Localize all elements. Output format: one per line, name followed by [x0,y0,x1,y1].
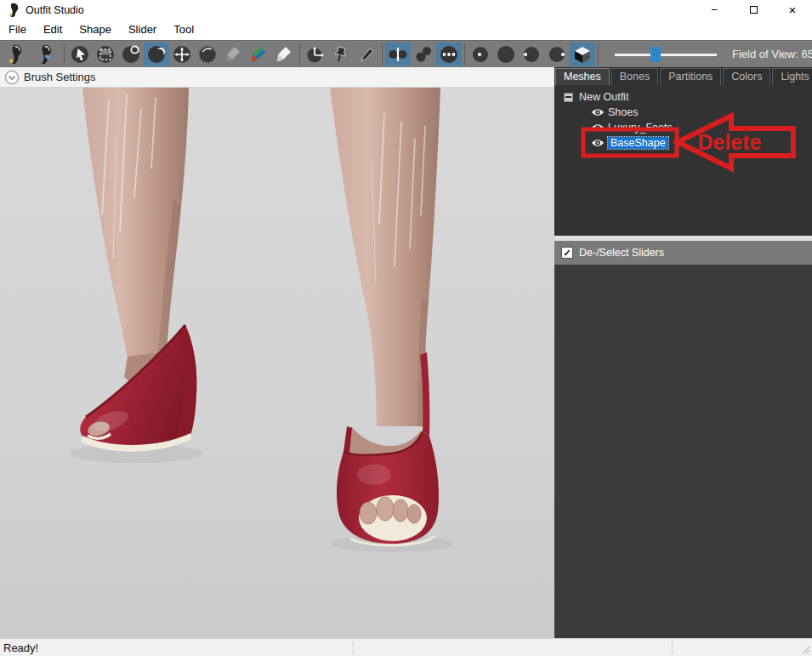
view-dot-left-icon [521,44,542,65]
title-bar: Outfit Studio − × [0,0,812,20]
transform-tool-button[interactable] [303,43,328,66]
status-text: Ready! [0,642,38,654]
connected-only-button[interactable] [411,43,436,66]
outfit-studio-window: Outfit Studio − × File Edit Shape Slider… [0,0,812,656]
smooth-brush-icon [197,44,218,65]
load-project-button[interactable] [31,43,61,66]
slider-thumb[interactable] [650,47,661,62]
view-dot-center-button[interactable] [468,43,493,66]
transform-tool-icon [305,44,326,65]
slider-track [615,54,717,56]
minimize-icon: − [711,3,718,16]
resize-grip[interactable] [800,644,811,655]
color-brush-icon [248,44,269,65]
weight-brush-button[interactable] [220,43,246,66]
tree-item-shoes[interactable]: Shoes [555,105,812,120]
maximize-button[interactable] [734,0,773,20]
mask-brush-button[interactable] [93,43,118,66]
view-plain-button[interactable] [493,43,519,66]
move-brush-icon [172,44,192,65]
tree-item-label-selected: BaseShape [608,137,668,149]
pin-tool-icon [331,44,351,65]
alpha-brush-button[interactable] [271,43,297,66]
select-tool-button[interactable] [67,43,93,66]
x-mirror-icon [388,44,408,65]
tab-bones[interactable]: Bones [611,68,658,85]
edit-pen-tool-icon [356,44,377,65]
menu-slider[interactable]: Slider [120,20,165,40]
menu-tool[interactable]: Tool [165,20,202,40]
tab-colors[interactable]: Colors [723,68,770,85]
x-mirror-button[interactable] [385,43,411,66]
tree-item-label: Luxury_Feets [608,122,673,134]
menu-bar: File Edit Shape Slider Tool [0,20,812,40]
view-dot-center-icon [470,44,491,65]
viewport-3d[interactable] [0,88,554,638]
global-brush-collision-icon [439,44,459,65]
global-brush-collision-button[interactable] [436,43,462,66]
view-plain-icon [496,44,516,65]
view-dot-right-icon [547,44,567,65]
deflate-brush-button[interactable] [144,43,169,66]
tab-meshes[interactable]: Meshes [555,68,610,85]
toolbar-separator [299,43,300,66]
toolbar-separator [464,43,465,66]
mask-brush-icon [95,44,116,65]
left-leg-mesh [82,88,189,358]
alpha-brush-icon [274,44,294,65]
eye-visibility-icon[interactable] [591,138,605,148]
new-project-button[interactable] [2,43,31,66]
menu-file[interactable]: File [0,20,35,40]
field-of-view-label: Field of View: 65 [732,48,812,60]
tree-item-baseshape[interactable]: BaseShape [555,135,812,151]
collapse-expander-icon[interactable] [564,93,573,102]
load-project-icon [37,44,57,65]
minimize-button[interactable]: − [695,0,734,20]
eye-visibility-icon[interactable] [591,123,605,133]
smooth-brush-button[interactable] [195,43,220,66]
eye-visibility-icon[interactable] [591,107,605,117]
close-button[interactable]: × [773,0,812,20]
edit-pen-tool-button[interactable] [354,43,379,66]
field-of-view-slider[interactable] [615,46,717,63]
deflate-brush-icon [146,44,167,65]
status-separator [672,641,673,654]
status-separator [353,641,354,654]
perspective-cube-icon [572,44,593,65]
inflate-brush-button[interactable] [118,43,144,66]
left-panel: Brush Settings [0,67,554,638]
menu-shape[interactable]: Shape [71,20,120,40]
view-dot-left-button[interactable] [519,43,544,66]
mesh-tab-bar: Meshes Bones Partitions Colors Lights [554,67,812,85]
color-brush-button[interactable] [246,43,271,66]
toolbar: Field of View: 65 [0,40,812,67]
close-icon: × [789,3,797,17]
meshes-tree: New Outfit Shoes Luxury_Feets BaseShape [554,85,812,236]
brush-settings-label: Brush Settings [24,71,96,83]
maximize-icon [750,6,758,14]
sliders-panel[interactable] [554,265,812,638]
tab-lights[interactable]: Lights [772,68,812,85]
brush-settings-header[interactable]: Brush Settings [0,67,554,88]
select-tool-icon [70,44,90,65]
new-project-icon [7,44,27,65]
toolbar-separator [382,43,383,66]
tab-partitions[interactable]: Partitions [660,68,721,85]
window-title: Outfit Studio [26,4,84,16]
tree-item-luxury-feets[interactable]: Luxury_Feets [555,120,812,135]
tree-item-new-outfit[interactable]: New Outfit [555,89,812,105]
status-bar: Ready! [0,638,812,656]
perspective-cube-button[interactable] [570,43,595,66]
deselect-sliders-bar: ✓ De-/Select Sliders [554,241,812,265]
menu-edit[interactable]: Edit [35,20,71,40]
pin-tool-button[interactable] [328,43,354,66]
move-brush-button[interactable] [169,43,195,66]
app-logo-icon [7,3,20,17]
toolbar-separator [64,43,65,66]
tree-root-label: New Outfit [579,91,628,103]
deselect-sliders-checkbox[interactable]: ✓ [561,247,573,259]
view-dot-right-button[interactable] [544,43,570,66]
tree-item-label: Shoes [608,106,638,118]
inflate-brush-icon [121,44,141,65]
collapse-chevron-icon [4,70,20,85]
